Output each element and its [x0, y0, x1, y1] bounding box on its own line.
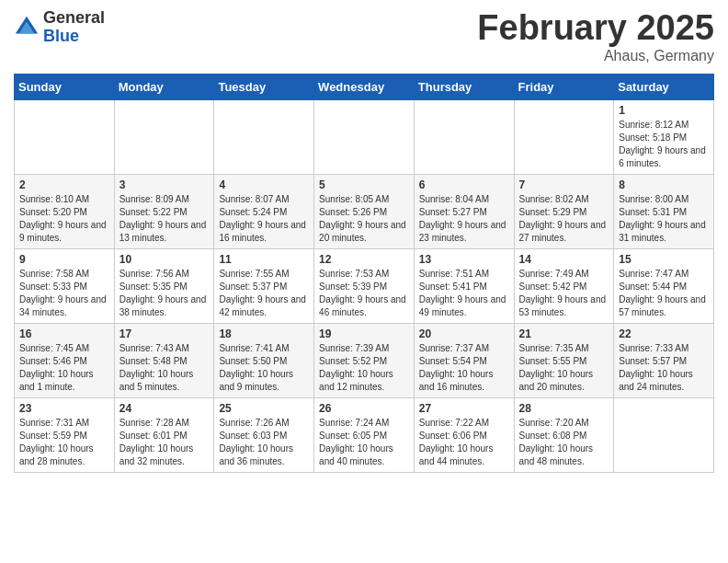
day-number: 14 [519, 253, 609, 266]
calendar-day-cell: 2Sunrise: 8:10 AM Sunset: 5:20 PM Daylig… [15, 174, 115, 248]
location: Ahaus, Germany [477, 48, 714, 64]
calendar-week-row: 16Sunrise: 7:45 AM Sunset: 5:46 PM Dayli… [15, 323, 714, 397]
day-info: Sunrise: 7:51 AM Sunset: 5:41 PM Dayligh… [419, 268, 509, 319]
calendar-day-cell: 24Sunrise: 7:28 AM Sunset: 6:01 PM Dayli… [114, 397, 214, 472]
calendar-day-cell: 4Sunrise: 8:07 AM Sunset: 5:24 PM Daylig… [214, 174, 314, 248]
calendar-day-cell [214, 99, 314, 174]
calendar-week-row: 1Sunrise: 8:12 AM Sunset: 5:18 PM Daylig… [15, 99, 714, 174]
calendar-day-cell [514, 99, 614, 174]
day-info: Sunrise: 7:45 AM Sunset: 5:46 PM Dayligh… [19, 342, 109, 394]
calendar-day-cell: 23Sunrise: 7:31 AM Sunset: 5:59 PM Dayli… [15, 397, 115, 472]
calendar-day-cell: 19Sunrise: 7:39 AM Sunset: 5:52 PM Dayli… [314, 323, 415, 397]
calendar-week-row: 9Sunrise: 7:58 AM Sunset: 5:33 PM Daylig… [15, 248, 714, 323]
logo-blue: Blue [43, 28, 105, 46]
calendar-day-cell: 25Sunrise: 7:26 AM Sunset: 6:03 PM Dayli… [214, 397, 314, 472]
day-info: Sunrise: 7:37 AM Sunset: 5:54 PM Dayligh… [419, 342, 509, 394]
calendar-day-cell: 15Sunrise: 7:47 AM Sunset: 5:44 PM Dayli… [614, 248, 714, 323]
calendar-day-cell: 22Sunrise: 7:33 AM Sunset: 5:57 PM Dayli… [614, 323, 714, 397]
calendar-day-cell: 9Sunrise: 7:58 AM Sunset: 5:33 PM Daylig… [15, 248, 115, 323]
day-number: 9 [19, 253, 109, 266]
logo-icon [14, 15, 40, 40]
day-number: 15 [619, 253, 709, 266]
calendar-header-row: SundayMondayTuesdayWednesdayThursdayFrid… [15, 74, 714, 99]
day-number: 3 [119, 178, 210, 191]
day-info: Sunrise: 7:24 AM Sunset: 6:05 PM Dayligh… [319, 417, 409, 468]
day-info: Sunrise: 8:09 AM Sunset: 5:22 PM Dayligh… [119, 193, 210, 245]
day-number: 13 [419, 253, 509, 266]
calendar-table: SundayMondayTuesdayWednesdayThursdayFrid… [14, 74, 714, 473]
calendar-day-cell: 20Sunrise: 7:37 AM Sunset: 5:54 PM Dayli… [414, 323, 514, 397]
calendar-day-cell: 7Sunrise: 8:02 AM Sunset: 5:29 PM Daylig… [514, 174, 614, 248]
day-info: Sunrise: 7:28 AM Sunset: 6:01 PM Dayligh… [119, 417, 210, 468]
calendar-day-cell: 1Sunrise: 8:12 AM Sunset: 5:18 PM Daylig… [614, 99, 714, 174]
calendar-day-cell: 6Sunrise: 8:04 AM Sunset: 5:27 PM Daylig… [414, 174, 514, 248]
calendar-day-header: Sunday [15, 74, 115, 99]
title-area: February 2025 Ahaus, Germany [477, 9, 714, 64]
day-info: Sunrise: 7:41 AM Sunset: 5:50 PM Dayligh… [219, 342, 309, 394]
calendar-day-cell [614, 397, 714, 472]
calendar-day-cell: 13Sunrise: 7:51 AM Sunset: 5:41 PM Dayli… [414, 248, 514, 323]
day-info: Sunrise: 7:47 AM Sunset: 5:44 PM Dayligh… [619, 268, 709, 319]
day-info: Sunrise: 7:58 AM Sunset: 5:33 PM Dayligh… [19, 268, 109, 319]
day-number: 10 [119, 253, 210, 266]
day-number: 20 [419, 327, 509, 340]
day-info: Sunrise: 7:22 AM Sunset: 6:06 PM Dayligh… [419, 417, 509, 468]
day-info: Sunrise: 7:33 AM Sunset: 5:57 PM Dayligh… [619, 342, 709, 394]
day-number: 23 [19, 402, 109, 415]
calendar-day-header: Wednesday [314, 74, 415, 99]
day-number: 28 [519, 402, 609, 415]
calendar-day-cell [314, 99, 415, 174]
calendar-day-cell: 12Sunrise: 7:53 AM Sunset: 5:39 PM Dayli… [314, 248, 415, 323]
day-info: Sunrise: 8:05 AM Sunset: 5:26 PM Dayligh… [319, 193, 409, 245]
day-number: 22 [619, 327, 709, 340]
day-number: 4 [219, 178, 309, 191]
calendar-day-cell: 26Sunrise: 7:24 AM Sunset: 6:05 PM Dayli… [314, 397, 415, 472]
calendar-day-cell: 11Sunrise: 7:55 AM Sunset: 5:37 PM Dayli… [214, 248, 314, 323]
logo-general: General [43, 9, 105, 28]
page: General Blue February 2025 Ahaus, German… [0, 0, 728, 487]
calendar-day-header: Saturday [614, 74, 714, 99]
calendar-day-cell: 28Sunrise: 7:20 AM Sunset: 6:08 PM Dayli… [514, 397, 614, 472]
calendar-day-header: Friday [514, 74, 614, 99]
day-info: Sunrise: 7:43 AM Sunset: 5:48 PM Dayligh… [119, 342, 210, 394]
calendar-day-header: Monday [114, 74, 214, 99]
calendar-day-header: Thursday [414, 74, 514, 99]
header: General Blue February 2025 Ahaus, German… [14, 9, 714, 64]
day-number: 18 [219, 327, 309, 340]
calendar-day-header: Tuesday [214, 74, 314, 99]
day-number: 2 [19, 178, 109, 191]
day-number: 12 [319, 253, 409, 266]
calendar-day-cell: 10Sunrise: 7:56 AM Sunset: 5:35 PM Dayli… [114, 248, 214, 323]
calendar-day-cell: 18Sunrise: 7:41 AM Sunset: 5:50 PM Dayli… [214, 323, 314, 397]
day-info: Sunrise: 8:10 AM Sunset: 5:20 PM Dayligh… [19, 193, 109, 245]
day-number: 1 [619, 104, 709, 117]
day-info: Sunrise: 8:07 AM Sunset: 5:24 PM Dayligh… [219, 193, 309, 245]
calendar-day-cell: 21Sunrise: 7:35 AM Sunset: 5:55 PM Dayli… [514, 323, 614, 397]
day-number: 16 [19, 327, 109, 340]
day-info: Sunrise: 7:39 AM Sunset: 5:52 PM Dayligh… [319, 342, 409, 394]
day-number: 11 [219, 253, 309, 266]
calendar-day-cell [15, 99, 115, 174]
calendar-day-cell [414, 99, 514, 174]
day-info: Sunrise: 7:53 AM Sunset: 5:39 PM Dayligh… [319, 268, 409, 319]
day-number: 21 [519, 327, 609, 340]
day-number: 24 [119, 402, 210, 415]
day-info: Sunrise: 8:12 AM Sunset: 5:18 PM Dayligh… [619, 119, 709, 170]
calendar-day-cell [114, 99, 214, 174]
day-number: 25 [219, 402, 309, 415]
logo-text: General Blue [43, 9, 105, 46]
day-info: Sunrise: 7:31 AM Sunset: 5:59 PM Dayligh… [19, 417, 109, 468]
day-info: Sunrise: 7:49 AM Sunset: 5:42 PM Dayligh… [519, 268, 609, 319]
month-title: February 2025 [477, 9, 714, 48]
day-number: 7 [519, 178, 609, 191]
calendar-day-cell: 16Sunrise: 7:45 AM Sunset: 5:46 PM Dayli… [15, 323, 115, 397]
day-info: Sunrise: 7:26 AM Sunset: 6:03 PM Dayligh… [219, 417, 309, 468]
day-info: Sunrise: 8:00 AM Sunset: 5:31 PM Dayligh… [619, 193, 709, 245]
calendar-day-cell: 8Sunrise: 8:00 AM Sunset: 5:31 PM Daylig… [614, 174, 714, 248]
calendar-day-cell: 17Sunrise: 7:43 AM Sunset: 5:48 PM Dayli… [114, 323, 214, 397]
day-number: 6 [419, 178, 509, 191]
day-info: Sunrise: 8:04 AM Sunset: 5:27 PM Dayligh… [419, 193, 509, 245]
day-info: Sunrise: 7:56 AM Sunset: 5:35 PM Dayligh… [119, 268, 210, 319]
logo: General Blue [14, 9, 105, 46]
day-number: 8 [619, 178, 709, 191]
